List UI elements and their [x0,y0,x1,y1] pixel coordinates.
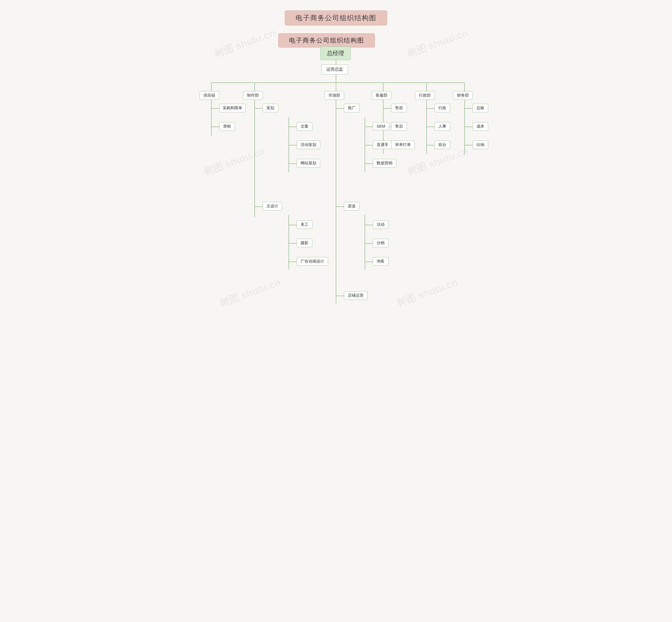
ops-director-node: 运营总监 [321,64,348,75]
dept-cashier: 出纳 [472,140,488,149]
dept-general-ledger: 总账 [472,104,488,112]
dept-after-sales: 售后 [391,122,407,131]
page-container: 树图 shutu.cn 树图 shutu.cn 树图 shutu.cn 树图 s… [191,10,481,370]
dept-order-review: 审单打单 [391,140,415,149]
dept-hr: 人事 [434,122,450,131]
dept-through-train: 直通车 [373,140,392,149]
dept-event-planning: 活动策划 [296,140,320,149]
dept-customer: 客服部 [372,91,391,100]
org-chart: 电子商务公司组织结构图 总经理 运营总监 供应链 采购和限单 质检 制作部 策划… [191,33,481,370]
dept-data-marketing: 数据营销 [373,159,396,168]
dept-planning: 策划 [262,104,278,112]
dept-art: 美工 [296,220,312,229]
dept-market: 市场部 [324,91,344,100]
dept-pre-sales: 售前 [391,104,407,112]
dept-cost: 成本 [472,122,488,131]
dept-promotion: 推广 [344,104,360,112]
dept-shop-ops: 店铺运营 [344,291,367,300]
dept-supply-chain: 供应链 [200,91,219,100]
dept-purchase: 采购和限单 [219,104,246,112]
dept-quality: 质检 [219,122,235,131]
dept-web-planning: 网站策划 [296,159,320,168]
dept-ad-animation: 广告动画设计 [296,257,328,266]
dept-chief-design: 主设计 [262,202,282,211]
dept-finance: 财务部 [453,91,473,100]
title-section: 电子商务公司组织结构图 [191,10,481,26]
dept-sem: SEM [373,122,389,130]
connector-lines [191,33,481,370]
ceo-node: 总经理 [320,46,351,60]
dept-channel: 渠道 [344,202,360,211]
dept-reception: 前台 [434,140,450,149]
title-node: 电子商务公司组织结构图 [278,33,375,47]
dept-activity: 活动 [373,220,389,229]
dept-distribution: 分销 [373,239,389,247]
dept-taoke: 淘客 [373,257,389,266]
dept-production: 制作部 [243,91,263,100]
dept-admin-sub: 行政 [434,104,450,112]
dept-copywriting: 文案 [296,122,312,131]
dept-admin: 行政部 [415,91,435,100]
dept-photo: 摄影 [296,239,312,247]
chart-title: 电子商务公司组织结构图 [285,10,387,26]
